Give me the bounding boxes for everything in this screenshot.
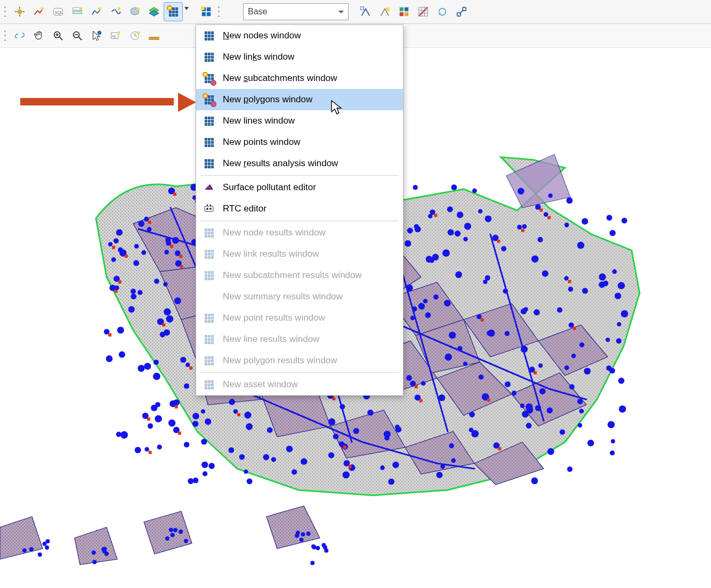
find-by-time-icon[interactable] — [125, 26, 144, 45]
menu-item-label: RTC editor — [223, 203, 266, 214]
svg-point-361 — [148, 423, 153, 429]
svg-point-375 — [271, 457, 276, 462]
svg-point-149 — [568, 287, 573, 291]
chain-broken-icon[interactable] — [10, 26, 29, 45]
svg-point-255 — [439, 394, 446, 401]
svg-point-185 — [608, 421, 615, 428]
select-cursor-icon[interactable] — [87, 26, 106, 45]
measure-icon[interactable] — [144, 26, 164, 45]
svg-rect-36 — [457, 13, 460, 16]
svg-point-231 — [451, 458, 456, 463]
svg-point-304 — [567, 197, 573, 203]
new-window-dropdown: New nodes windowNew links windowNew subc… — [196, 24, 403, 396]
menu-item-new-line-results-window: New line results window — [196, 329, 403, 350]
menu-item-label: New subcatchments window — [223, 73, 337, 84]
svg-point-118 — [448, 229, 454, 235]
svg-point-344 — [208, 463, 215, 469]
new-grid-window-icon-dropdown[interactable] — [183, 2, 197, 21]
svg-point-233 — [526, 423, 532, 429]
refresh-icon[interactable] — [433, 2, 452, 21]
zoom-in-icon[interactable] — [49, 26, 68, 45]
svg-point-332 — [577, 242, 585, 249]
layers-icon[interactable] — [144, 2, 164, 21]
svg-point-12 — [118, 7, 121, 11]
menu-item-new-lines-window[interactable]: New lines window — [196, 110, 403, 132]
menu-item-label: New polygon results window — [223, 355, 337, 366]
svg-point-307 — [621, 310, 628, 317]
grid-icon — [203, 226, 215, 239]
svg-line-34 — [419, 7, 428, 17]
svg-point-224 — [205, 419, 211, 425]
gear-grid-icon[interactable] — [197, 2, 216, 21]
svg-rect-184 — [332, 397, 335, 400]
svg-point-330 — [485, 215, 492, 222]
graph-new-icon[interactable] — [29, 2, 49, 21]
zoom-extents-icon[interactable] — [356, 2, 375, 21]
svg-point-249 — [522, 411, 529, 418]
scenario-combo-value: Base — [248, 7, 267, 17]
gridcircle-icon — [203, 93, 215, 106]
svg-point-291 — [564, 365, 569, 370]
find-by-xy-icon[interactable]: xy — [106, 26, 125, 45]
menu-item-new-nodes-window[interactable]: New nodes window — [196, 25, 403, 46]
svg-point-429 — [301, 532, 305, 536]
svg-point-275 — [247, 478, 253, 484]
menu-item-new-links-window[interactable]: New links window — [196, 46, 403, 68]
svg-point-397 — [485, 275, 490, 281]
svg-point-172 — [267, 427, 273, 433]
svg-point-421 — [179, 529, 183, 534]
toolbar-grip-icon — [218, 5, 222, 19]
menu-item-label: New summary results window — [223, 291, 343, 302]
sql-icon[interactable]: SQL — [49, 2, 68, 21]
svg-point-146 — [301, 458, 308, 465]
menu-item-label: New point results window — [223, 313, 325, 323]
scenario-combo[interactable]: Base — [243, 3, 349, 20]
menu-item-new-points-window[interactable]: New points window — [196, 132, 403, 153]
svg-point-376 — [184, 442, 190, 447]
zoom-topology-icon[interactable] — [375, 2, 394, 21]
svg-rect-286 — [180, 265, 183, 268]
menu-item-rtc-editor[interactable]: RTC editor — [196, 198, 403, 219]
svg-rect-342 — [170, 244, 173, 248]
svg-point-301 — [141, 250, 146, 255]
svg-point-422 — [184, 539, 188, 543]
svg-point-448 — [311, 544, 316, 549]
insert-row-icon[interactable] — [68, 2, 87, 21]
svg-point-395 — [407, 227, 413, 233]
menu-item-new-subcatchment-results-window: New subcatchment results window — [196, 265, 403, 286]
svg-point-438 — [92, 560, 96, 564]
menu-item-label: New lines window — [223, 116, 295, 126]
menu-item-new-polygons-window[interactable]: New polygons window — [196, 89, 403, 110]
svg-rect-101 — [434, 214, 438, 217]
svg-point-424 — [169, 528, 173, 532]
link-icon[interactable] — [452, 2, 471, 21]
svg-point-218 — [463, 237, 467, 241]
cleanup-icon[interactable] — [125, 2, 144, 21]
zoom-out-icon[interactable] — [68, 26, 87, 45]
svg-point-425 — [165, 536, 169, 541]
new-grid-window-icon[interactable] — [164, 2, 183, 21]
svg-rect-451 — [205, 206, 213, 211]
menu-item-new-results-analysis-window[interactable]: New results analysis window — [196, 153, 403, 174]
gear-grid-icon[interactable] — [224, 2, 243, 21]
trace-tool-icon[interactable] — [106, 2, 125, 21]
profile-tool-icon[interactable] — [87, 2, 106, 21]
theme-icon[interactable] — [394, 2, 414, 21]
grid-icon — [203, 312, 215, 324]
menu-item-new-subcatchments-window[interactable]: New subcatchments window — [196, 68, 403, 89]
svg-point-70 — [166, 315, 173, 323]
grid-off-icon[interactable] — [414, 2, 433, 21]
menu-item-surface-pollutant-editor[interactable]: Surface pollutant editor — [196, 177, 403, 198]
svg-point-204 — [367, 410, 373, 415]
properties-gear-icon[interactable] — [10, 2, 29, 21]
svg-point-405 — [618, 282, 625, 289]
svg-point-113 — [388, 478, 394, 485]
annotation-arrow — [20, 93, 196, 112]
svg-point-279 — [157, 445, 162, 450]
svg-point-170 — [147, 227, 152, 232]
pan-hand-icon[interactable] — [29, 26, 49, 45]
svg-point-87 — [244, 470, 248, 474]
svg-rect-9 — [73, 11, 82, 14]
grid-icon — [203, 157, 215, 170]
svg-point-241 — [413, 185, 417, 190]
